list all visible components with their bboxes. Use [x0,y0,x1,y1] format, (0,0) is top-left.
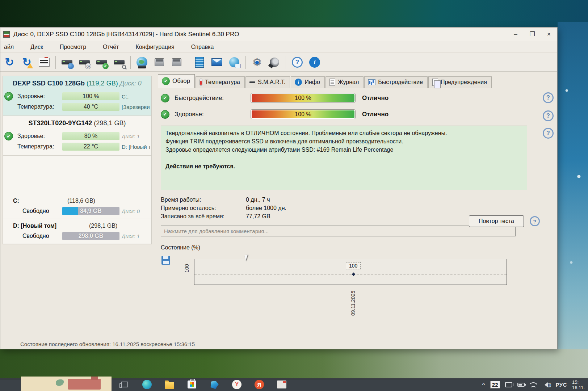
task-view-button[interactable] [119,379,130,390]
send-mail-button[interactable] [209,55,224,70]
help-button[interactable]: ? [290,55,305,70]
temperature-bar: 22 °C [62,143,119,151]
close-button[interactable]: × [541,28,557,41]
tab-overview[interactable]: ✔ Обзор [158,74,195,88]
app-icon [3,31,10,38]
battery-icon[interactable] [517,383,525,387]
partition-item-d[interactable]: D: [Новый том] (298,1 GB) Свободно 298,0… [3,219,151,244]
health-meter: 100 % [251,109,356,119]
toolbar-separator [188,56,188,69]
disk-item-dexp-ssd[interactable]: DEXP SSD C100 128Gb (119,2 GB) Диск: 0 ✔… [3,76,151,116]
partition-item-c[interactable]: C: (118,6 GB) Свободно 84,9 GB Диск: 0 [3,194,151,219]
tab-temperature[interactable]: Температура [196,76,245,88]
yandex-browser-button[interactable]: Y [232,379,242,390]
disk-test-ok-button[interactable]: ✔ [94,55,109,70]
info-icon: i [309,57,320,68]
retest-button[interactable]: Повтор теста [469,215,524,227]
help-icon[interactable]: ? [543,128,554,139]
hardware-button-1[interactable] [152,55,167,70]
comment-input[interactable] [161,226,516,236]
tab-label: Быстродействие [378,79,423,85]
globe-disk-icon [136,57,147,68]
tablet-mode-icon[interactable] [505,382,512,387]
browser-icon [142,380,152,389]
check-badge-icon: ✔ [102,63,109,69]
toolbar-separator [245,56,246,69]
disk-schedule-button[interactable]: ◷ [77,55,92,70]
disk-overview-button[interactable] [59,55,75,70]
disk-number: Диск: 1 [122,233,150,239]
drive-3d-icon [172,58,181,66]
tab-bar: ✔ Обзор Температура S.M.A.R.T. i Инфо [154,72,557,88]
menu-configuration[interactable]: Конфигурация [134,43,176,51]
report-button[interactable] [37,55,52,70]
yandex-app-button[interactable]: Я [254,379,264,390]
gem-icon [209,379,219,390]
maximize-button[interactable]: ❐ [524,28,541,41]
health-row: ✔ Здоровье: 100 % Отлично ? [161,109,551,119]
window-title: Диск: 0, DEXP SSD C100 128Gb [HGB4431470… [13,31,239,38]
language-indicator[interactable]: РУС [556,382,567,388]
free-space-value: 84,9 GB [80,208,102,214]
help-icon[interactable]: ? [530,216,540,226]
help-icon[interactable]: ? [543,110,554,121]
sound-settings-button[interactable] [267,55,282,70]
titlebar[interactable]: Диск: 0, DEXP SSD C100 128Gb [HGB4431470… [0,28,557,41]
minimize-button[interactable]: – [507,28,524,41]
tray-expand-button[interactable]: ^ [482,382,485,388]
menu-report[interactable]: Отчёт [101,43,120,51]
volume-icon[interactable]: ))) [542,382,551,387]
drive-icon [114,60,125,64]
store-button[interactable] [187,379,197,390]
tab-log[interactable]: Журнал [326,76,364,88]
disk-surface-test-button[interactable] [112,55,127,70]
mail-icon [211,58,222,66]
settings-button[interactable]: ⚙ [249,55,265,70]
tab-performance[interactable]: Быстродействие [364,76,428,88]
tab-label: Температура [205,79,240,85]
lifetime-stats: Время работы: 0 дн., 7 ч Примерно остало… [161,197,364,220]
performance-meter: 100 % [251,93,356,103]
tab-alerts[interactable]: Предупреждения [428,76,492,88]
network-disk-button[interactable] [134,55,150,70]
tab-info[interactable]: i Инфо [291,76,324,88]
refresh-warning-button[interactable]: ↻ [19,55,34,70]
health-history-chart: Состояние (%) 100 100 09.11.2025 [161,244,551,324]
health-label: Здоровье: [17,133,60,139]
clock[interactable]: 15: 16.11. [572,379,587,390]
log-report-button[interactable] [192,55,207,70]
disk-size: (119,2 GB) [87,80,118,87]
menu-file[interactable]: айл [3,43,15,51]
disk-size: (298,1 GB) [94,119,126,127]
tab-smart[interactable]: S.M.A.R.T. [245,76,290,88]
mail-app-button[interactable] [209,379,219,390]
browser-button[interactable] [142,379,152,390]
ok-icon: ✔ [161,110,169,119]
free-label: Свободно [22,208,60,214]
tab-label: Предупреждения [441,79,487,85]
disk-item-seagate[interactable]: ST320LT020-9YG142 (298,1 GB) ✔ Здоровье:… [3,116,151,156]
save-icon[interactable] [161,256,170,265]
hardware-button-2[interactable] [169,55,184,70]
about-button[interactable]: i [307,55,322,70]
free-label: Свободно [22,233,60,239]
temperature-tray-badge[interactable]: 22 [490,381,500,388]
wallpaper-foliage-top [0,0,588,27]
wifi-icon[interactable] [530,382,537,387]
menu-help[interactable]: Справка [190,43,215,51]
file-explorer-button[interactable] [164,379,175,390]
retest-container: Повтор теста ? [469,215,524,227]
health-bar: 100 % [62,92,119,100]
chart-icon [368,79,375,85]
online-share-button[interactable] [227,55,242,70]
menu-view[interactable]: Просмотр [58,43,88,51]
health-summary-box: Твердотельный накопитель в ОТЛИЧНОМ сост… [161,126,527,190]
gear-icon: ⚙ [252,57,262,68]
tab-label: Обзор [172,77,190,85]
open-app-button[interactable] [277,379,287,390]
help-icon[interactable]: ? [543,92,554,103]
menu-disk[interactable]: Диск [29,43,45,51]
comment-container [161,226,516,236]
toolbar-separator [286,56,286,69]
refresh-button[interactable]: ↻ [2,55,17,70]
